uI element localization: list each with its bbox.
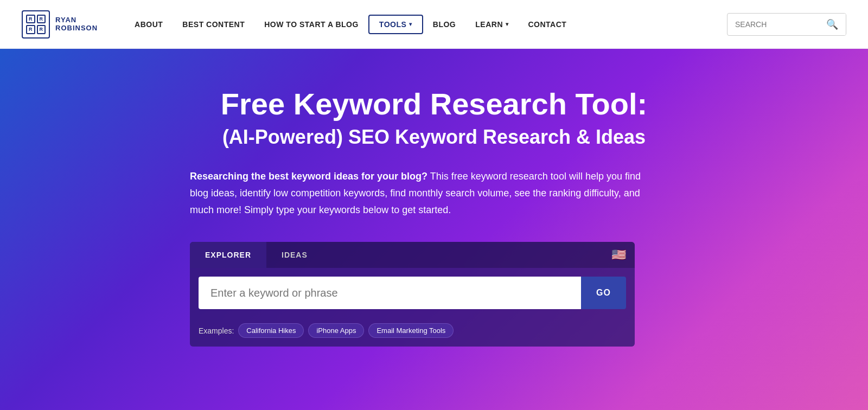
logo-name-top: RYAN — [55, 16, 98, 24]
nav-best-content[interactable]: BEST CONTENT — [173, 16, 254, 33]
logo-icon: R R R R — [22, 10, 50, 39]
header-search-area: 🔍 — [727, 13, 846, 36]
nav-tools[interactable]: TOOLS ▾ — [368, 15, 423, 34]
logo-grid-cell: R — [37, 25, 46, 34]
nav-contact[interactable]: CONTACT — [519, 16, 577, 33]
main-nav: ABOUT BEST CONTENT HOW TO START A BLOG T… — [125, 15, 727, 34]
tool-widget: EXPLORER IDEAS 🇺🇸 GO Examples: Californi… — [190, 242, 635, 347]
logo[interactable]: R R R R RYAN ROBINSON — [22, 10, 98, 39]
logo-name-bottom: ROBINSON — [55, 24, 98, 32]
hero-subtitle: (AI-Powered) SEO Keyword Research & Idea… — [190, 126, 678, 149]
learn-chevron-icon: ▾ — [506, 21, 509, 27]
keyword-input[interactable] — [199, 277, 581, 309]
header-search-button[interactable]: 🔍 — [819, 14, 846, 35]
go-button[interactable]: GO — [581, 277, 626, 309]
keyword-search-row: GO — [190, 268, 635, 318]
flag-icon: 🇺🇸 — [611, 248, 626, 262]
logo-grid-cell: R — [26, 25, 35, 34]
nav-about[interactable]: ABOUT — [125, 16, 173, 33]
tab-ideas[interactable]: IDEAS — [266, 242, 323, 268]
hero-description-bold: Researching the best keyword ideas for y… — [190, 171, 427, 182]
logo-grid-cell: R — [37, 15, 46, 24]
examples-label: Examples: — [199, 326, 234, 335]
header: R R R R RYAN ROBINSON ABOUT BEST CONTENT… — [0, 0, 868, 49]
example-california-hikes[interactable]: California Hikes — [238, 323, 304, 338]
tools-chevron-icon: ▾ — [409, 21, 412, 27]
nav-learn[interactable]: LEARN ▾ — [465, 16, 518, 33]
header-search-input[interactable] — [727, 14, 819, 35]
hero-title: Free Keyword Research Tool: — [190, 87, 678, 121]
hero-content: Free Keyword Research Tool: (AI-Powered)… — [190, 87, 678, 347]
hero-description: Researching the best keyword ideas for y… — [190, 168, 656, 218]
nav-how-to-start-blog[interactable]: HOW TO START A BLOG — [254, 16, 368, 33]
logo-text: RYAN ROBINSON — [55, 16, 98, 32]
example-iphone-apps[interactable]: iPhone Apps — [308, 323, 364, 338]
example-email-marketing-tools[interactable]: Email Marketing Tools — [368, 323, 454, 338]
search-icon: 🔍 — [826, 18, 838, 30]
tab-explorer[interactable]: EXPLORER — [190, 242, 266, 268]
examples-row: Examples: California Hikes iPhone Apps E… — [190, 318, 635, 347]
nav-blog[interactable]: BLOG — [423, 16, 465, 33]
logo-grid-cell: R — [26, 15, 35, 24]
hero-section: Free Keyword Research Tool: (AI-Powered)… — [0, 49, 868, 410]
tabs-bar: EXPLORER IDEAS 🇺🇸 — [190, 242, 635, 268]
